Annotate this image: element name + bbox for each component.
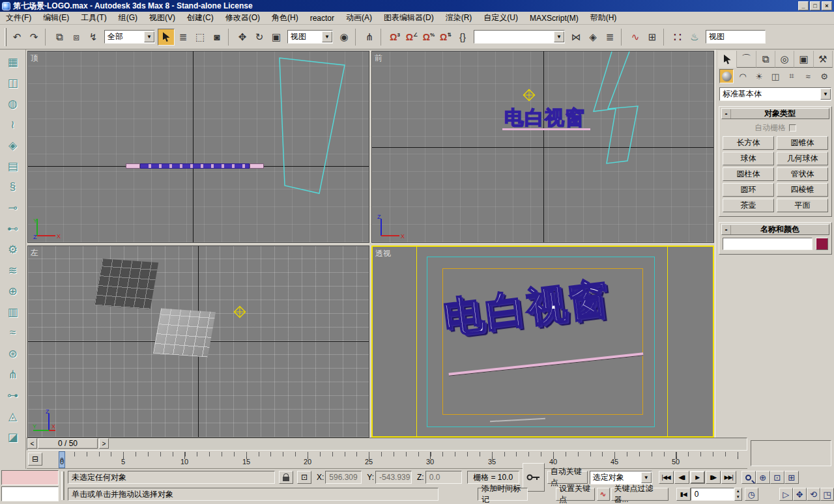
snap-toggle-button[interactable]: Ω3 [386,29,403,46]
undo-button[interactable]: ↶ [8,29,25,46]
dropdown-arrow-icon[interactable]: ▼ [322,31,332,42]
menu-create[interactable]: 创建(C) [181,11,220,25]
menu-animation[interactable]: 动画(A) [340,11,378,25]
object-type-rollout-header[interactable]: - 对象类型 [721,108,829,119]
fracture-icon[interactable]: ▥ [3,302,23,322]
menu-file[interactable]: 文件(F) [0,11,37,25]
rag-doll-constraint-icon[interactable]: ⋔ [3,365,23,384]
pyramid-button[interactable]: 四棱锥 [777,183,828,197]
angular-dashpot-icon[interactable]: ⊷ [3,219,23,238]
constraint-solver-icon[interactable]: ⊛ [3,344,23,363]
zoom-button[interactable] [741,471,756,484]
rope-collection-icon[interactable]: ≀ [3,115,23,134]
time-slider-handle[interactable]: 0 / 50 [38,438,98,449]
menu-modifiers[interactable]: 修改器(O) [220,11,266,25]
sub-cameras[interactable]: ◫ [768,69,783,83]
rect-selection-region-button[interactable]: ⬚ [192,29,208,46]
time-slider-prev-button[interactable]: < [27,438,37,449]
plane-icon[interactable]: ▤ [3,156,23,176]
toolbar-grip[interactable] [5,28,7,46]
window-crossing-button[interactable]: ◙ [208,29,225,46]
add-time-tag-field[interactable]: 添加时间标记 [478,488,528,501]
set-key-button[interactable]: 设置关键点 [556,488,595,501]
sub-helpers[interactable]: ⌗ [784,69,799,83]
tab-create[interactable] [718,51,737,68]
selection-lock-button[interactable] [279,471,293,484]
tab-utilities[interactable]: ⚒ [814,51,833,68]
reference-coordsys-dropdown[interactable]: 视图 ▼ [287,30,333,44]
next-frame-button[interactable]: ▮▶ [706,471,721,484]
hinge-constraint-icon[interactable]: ⊶ [3,385,23,405]
linear-dashpot-icon[interactable]: ⊸ [3,198,23,217]
open-mini-curve-editor-button[interactable]: ⊟ [28,453,42,466]
material-editor-button[interactable]: ∷ [669,29,686,46]
menu-character[interactable]: 角色(H) [266,11,304,25]
layer-manager-button[interactable]: ≣ [601,29,618,46]
schematic-view-button[interactable]: ⊞ [644,29,661,46]
arc-rotate-button[interactable]: ⟲ [807,488,820,501]
field-of-view-button[interactable]: ▷ [779,488,793,501]
spinner-down-icon[interactable]: ▼ [735,494,741,500]
sub-systems[interactable]: ⚙ [817,69,831,83]
maximize-viewport-toggle[interactable]: ◳ [820,488,834,501]
align-button[interactable]: ◈ [584,29,601,46]
wind-icon[interactable]: ≋ [3,260,23,280]
titlebar[interactable]: 第七场景-LOGO.max - Autodesk 3ds Max 8 - Sta… [0,0,834,12]
spinner-up-icon[interactable]: ▲ [735,488,741,494]
dropdown-arrow-icon[interactable]: ▼ [641,472,652,483]
menu-rendering[interactable]: 渲染(R) [440,11,478,25]
water-icon[interactable]: ≈ [3,323,23,343]
cylinder-button[interactable]: 圆柱体 [723,167,774,181]
menu-maxscript[interactable]: MAXScript(M) [524,12,584,24]
play-button[interactable]: ▶ [690,471,705,484]
frame-spinner[interactable]: ▲▼ [734,488,742,501]
sphere-button[interactable]: 球体 [723,152,774,165]
autogrid-checkbox[interactable] [789,124,796,132]
dropdown-arrow-icon[interactable]: ▼ [820,89,831,100]
z-coord-field[interactable]: 0.0 [425,471,462,484]
name-color-rollout-header[interactable]: - 名称和颜色 [721,224,829,235]
sub-spacewarps[interactable]: ≈ [801,69,815,83]
menu-views[interactable]: 视图(V) [143,11,181,25]
mesh-patch-dark[interactable] [94,259,158,309]
x-coord-field[interactable]: 596.309 [325,471,362,484]
render-viewport-dropdown[interactable]: 视图 [706,30,766,44]
track-bar-ruler[interactable]: 0 0 5 10 15 20 25 30 35 40 45 50 [45,451,745,469]
spring-icon[interactable]: § [3,177,23,197]
key-mode-toggle-button[interactable]: ▮◀ [676,488,691,501]
geosphere-button[interactable]: 几何球体 [777,152,828,165]
viewport-front[interactable]: 前 电白视窗 Z X [371,51,714,243]
bind-to-spacewarp-button[interactable]: ↯ [85,29,102,46]
menu-customize[interactable]: 自定义(U) [478,11,524,25]
named-selection-dropdown[interactable]: ▼ [474,30,565,44]
tab-hierarchy[interactable]: ⧉ [756,51,775,68]
prismatic-constraint-icon[interactable]: ◪ [3,427,23,447]
select-and-rotate-button[interactable]: ↻ [251,29,268,46]
dropdown-arrow-icon[interactable]: ▼ [554,31,564,42]
absolute-offset-toggle-button[interactable]: ⊡ [297,471,311,484]
plane-button[interactable]: 平面 [777,199,828,212]
key-filters-button[interactable]: 关键点过滤器... [611,488,669,501]
spinner-snap-button[interactable]: Ω⇅ [437,29,454,46]
time-slider-next-button[interactable]: > [99,438,109,449]
maxscript-mini-listener[interactable] [1,470,59,485]
deforming-mesh-collection-icon[interactable]: ◈ [3,135,23,155]
viewport-top[interactable]: 顶 Y X Z [27,51,369,243]
percent-snap-button[interactable]: Ω% [420,29,437,46]
object-name-input[interactable] [723,238,812,250]
tab-motion[interactable]: ◎ [775,51,794,68]
viewport-left[interactable]: 左 Z X Y [27,245,369,438]
toy-car-icon[interactable]: ⊕ [3,281,23,301]
sub-lights[interactable]: ☀ [752,69,766,83]
point-point-constraint-icon[interactable]: ◬ [3,406,23,426]
selection-filter-dropdown[interactable]: 全部 ▼ [104,30,155,44]
box-button[interactable]: 长方体 [723,136,774,150]
rigid-body-collection-icon[interactable]: ▦ [3,52,23,72]
named-selection-sets-button[interactable]: {} [454,29,471,46]
zoom-all-button[interactable]: ⊕ [756,471,770,484]
render-scene-button[interactable]: ♨ [686,29,703,46]
collapse-icon[interactable]: - [722,109,731,119]
tab-display[interactable]: ▣ [794,51,813,68]
tab-modify[interactable]: ⌒ [737,51,756,68]
y-coord-field[interactable]: -543.939 [375,471,412,484]
